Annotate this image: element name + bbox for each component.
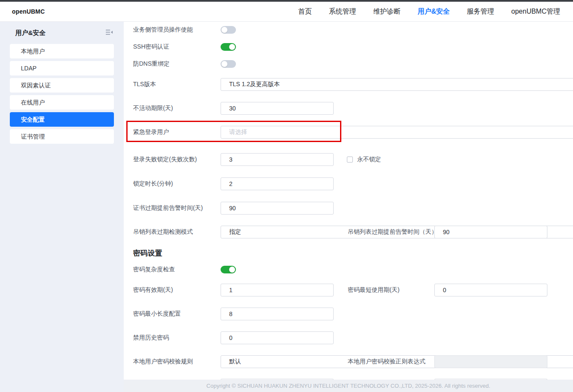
select-value: 默认 xyxy=(229,358,241,366)
login-fail-lock-input[interactable] xyxy=(221,153,334,166)
nav-item-home[interactable]: 首页 xyxy=(298,7,312,16)
never-lock-checkbox[interactable]: 永不锁定 xyxy=(347,156,381,163)
field-label: 锁定时长(分钟) xyxy=(133,180,173,188)
sidebar-item-local-users[interactable]: 本地用户 xyxy=(10,44,114,58)
nav-item-user-security[interactable]: 用户&安全 xyxy=(418,7,450,16)
cert-expiry-warning-input[interactable] xyxy=(221,202,334,215)
form-row: SSH密码认证 xyxy=(124,43,573,51)
form-row: 业务侧管理员操作使能 xyxy=(124,26,573,34)
form-row: 紧急登录用户 请选择 xyxy=(124,126,573,139)
form-row: 吊销列表过期检测模式 指定 吊销列表过期提前告警时间（天） xyxy=(124,226,573,238)
field-label: 紧急登录用户 xyxy=(133,128,169,136)
select-value: 指定 xyxy=(229,228,241,236)
sidebar-title: 用户&安全 xyxy=(15,29,46,37)
main-nav: 首页 系统管理 维护诊断 用户&安全 服务管理 openUBMC管理 xyxy=(298,7,560,16)
app-logo: openUBMC xyxy=(12,8,45,15)
nav-item-maintenance[interactable]: 维护诊断 xyxy=(373,7,401,16)
sidebar-item-ldap[interactable]: LDAP xyxy=(10,61,114,75)
form-row: TLS版本 TLS 1.2及更高版本 xyxy=(124,78,573,91)
checkbox-label: 永不锁定 xyxy=(357,156,381,163)
form-row: 禁用历史密码 xyxy=(124,331,573,344)
lock-duration-input[interactable] xyxy=(221,177,334,190)
local-pwd-regex-input xyxy=(434,355,547,368)
toggle-knob xyxy=(229,267,235,273)
field-label: SSH密码认证 xyxy=(133,43,169,51)
nav-item-openubmc-mgmt[interactable]: openUBMC管理 xyxy=(511,7,560,16)
toggle-knob xyxy=(221,61,227,67)
password-min-length-input[interactable] xyxy=(221,308,334,320)
field-label: 禁用历史密码 xyxy=(133,334,169,342)
field-label: 本地用户密码校验正则表达式 xyxy=(348,358,425,366)
sidebar-item-online-users[interactable]: 在线用户 xyxy=(10,95,114,110)
field-label: 登录失败锁定(失败次数) xyxy=(133,156,197,163)
header: openUBMC 首页 系统管理 维护诊断 用户&安全 服务管理 openUBM… xyxy=(0,2,573,22)
sidebar-collapse-button[interactable] xyxy=(106,29,113,37)
field-label: 密码有效期(天) xyxy=(133,286,173,294)
form-row: 本地用户密码校验规则 默认 本地用户密码校验正则表达式 xyxy=(124,355,573,368)
checkbox-box xyxy=(347,157,353,163)
form-row: 密码有效期(天) 密码最短使用期(天) xyxy=(124,284,573,296)
nav-item-system[interactable]: 系统管理 xyxy=(329,7,356,16)
password-min-usage-input[interactable] xyxy=(434,284,547,296)
select-placeholder: 请选择 xyxy=(229,128,247,136)
sidebar-item-security-config[interactable]: 安全配置 xyxy=(10,112,114,127)
field-label: 证书过期提前告警时间(天) xyxy=(133,204,203,212)
field-label: 密码最小长度配置 xyxy=(133,310,181,318)
field-label: 吊销列表过期检测模式 xyxy=(133,228,193,236)
password-validity-input[interactable] xyxy=(221,284,334,296)
form-row: 登录失败锁定(失败次数) 永不锁定 xyxy=(124,153,573,166)
sidebar: 用户&安全 本地用户 LDAP 双因素认证 在线用户 xyxy=(0,22,124,392)
emergency-login-user-select[interactable]: 请选择 xyxy=(221,126,573,139)
footer: Copyright © SICHUAN HUAKUN ZHENYU INTELL… xyxy=(124,380,573,392)
collapse-sidebar-icon xyxy=(106,29,113,37)
field-label: TLS版本 xyxy=(133,81,156,88)
nav-item-service[interactable]: 服务管理 xyxy=(467,7,494,16)
business-admin-toggle[interactable] xyxy=(221,26,236,34)
password-complexity-toggle[interactable] xyxy=(221,266,236,273)
copyright-text: Copyright © SICHUAN HUAKUN ZHENYU INTELL… xyxy=(207,383,490,389)
security-config-panel: 业务侧管理员操作使能 SSH密码认证 防DNS重绑定 TLS版本 TLS 1.2… xyxy=(124,22,573,392)
sidebar-item-cert-mgmt[interactable]: 证书管理 xyxy=(10,129,114,144)
password-settings-heading: 密码设置 xyxy=(133,248,162,258)
disable-history-password-input[interactable] xyxy=(221,331,334,344)
field-label: 密码最短使用期(天) xyxy=(348,286,399,294)
field-label: 吊销列表过期提前告警时间（天） xyxy=(348,228,437,236)
field-label: 业务侧管理员操作使能 xyxy=(133,26,193,34)
select-value: TLS 1.2及更高版本 xyxy=(229,81,280,88)
sidebar-menu: 本地用户 LDAP 双因素认证 在线用户 安全配置 证书管理 xyxy=(0,44,124,144)
form-row: 密码最小长度配置 xyxy=(124,308,573,320)
crl-expiry-warning-input[interactable] xyxy=(434,226,547,238)
form-row: 锁定时长(分钟) xyxy=(124,177,573,190)
field-label: 不活动期限(天) xyxy=(133,105,173,112)
form-row: 密码复杂度检查 xyxy=(124,266,573,273)
form-row: 防DNS重绑定 xyxy=(124,60,573,68)
toggle-knob xyxy=(229,44,235,50)
inactivity-period-input[interactable] xyxy=(221,102,334,115)
tls-version-select[interactable]: TLS 1.2及更高版本 xyxy=(221,78,573,91)
dns-rebinding-toggle[interactable] xyxy=(221,60,236,68)
form-row: 不活动期限(天) xyxy=(124,102,573,115)
toggle-knob xyxy=(221,27,227,33)
field-label: 密码复杂度检查 xyxy=(133,266,175,273)
ssh-password-auth-toggle[interactable] xyxy=(221,43,236,51)
field-label: 本地用户密码校验规则 xyxy=(133,358,193,366)
form-row: 证书过期提前告警时间(天) xyxy=(124,202,573,215)
sidebar-item-two-factor[interactable]: 双因素认证 xyxy=(10,78,114,93)
field-label: 防DNS重绑定 xyxy=(133,60,170,68)
